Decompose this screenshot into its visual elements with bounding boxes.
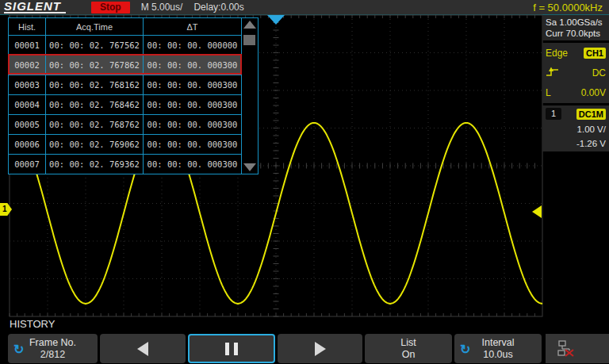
history-list-table: Hist.Acq.TimeΔT0000100: 00: 02. 76756200… (8, 17, 259, 174)
table-cell-hist-row7[interactable]: 00007 (9, 155, 45, 174)
list-value: On (402, 349, 416, 361)
memory-depth-readout: Curr 70.0kpts (546, 28, 606, 39)
interval-label: Interval (482, 337, 515, 349)
scroll-up-icon[interactable] (243, 21, 256, 29)
channel-number-chip: 1 (546, 108, 561, 120)
table-scrollbar[interactable] (242, 18, 258, 174)
table-cell-dt-row1[interactable]: 00: 00: 00. 000000 (144, 36, 241, 55)
lan-status-box (546, 334, 609, 363)
oscilloscope-screen: SIGLENT Stop M 5.00us/ Delay:0.00s f = 5… (0, 0, 609, 364)
frame-number-value: 2/812 (40, 349, 65, 361)
scroll-thumb[interactable] (243, 35, 255, 45)
frame-number-label: Frame No. (29, 337, 76, 349)
channel-coupling-badge: DC1M (576, 109, 606, 120)
channel1-info-box[interactable]: 1 DC1M 1.00 V/ -1.26 V (542, 105, 609, 151)
trigger-coupling-readout: DC (592, 67, 606, 79)
table-cell-hist-row3[interactable]: 00003 (9, 75, 45, 94)
trigger-source-badge: CH1 (584, 48, 606, 59)
list-label: List (400, 337, 416, 349)
table-cell-hist-row1[interactable]: 00001 (9, 36, 45, 55)
table-cell-hist-row4[interactable]: 00004 (9, 95, 45, 114)
sample-rate-readout: Sa 1.00GSa/s (546, 17, 606, 28)
table-cell-dt-row6[interactable]: 00: 00: 00. 000300 (144, 135, 241, 154)
channel-offset-readout: -1.26 V (546, 139, 606, 149)
table-cell-hist-row5[interactable]: 00005 (9, 115, 45, 134)
right-sidebar: Sa 1.00GSa/s Curr 70.0kpts Edge CH1 DC L… (542, 15, 609, 151)
scroll-down-icon[interactable] (243, 163, 256, 171)
table-cell-dt-row7[interactable]: 00: 00: 00. 000300 (144, 155, 241, 174)
table-header-2: ΔT (144, 18, 241, 35)
table-cell-acq-row3[interactable]: 00: 00: 02. 768162 (46, 75, 143, 94)
table-header-0: Hist. (9, 18, 45, 35)
table-cell-acq-row4[interactable]: 00: 00: 02. 768462 (46, 95, 143, 114)
table-cell-acq-row7[interactable]: 00: 00: 02. 769362 (46, 155, 143, 174)
table-cell-dt-row4[interactable]: 00: 00: 00. 000300 (144, 95, 241, 114)
table-cell-dt-row5[interactable]: 00: 00: 00. 000300 (144, 115, 241, 134)
pause-icon (225, 343, 238, 355)
trigger-mode-label: Edge (546, 48, 568, 59)
play-forward-icon (315, 342, 326, 356)
acquisition-info-box: Sa 1.00GSa/s Curr 70.0kpts (542, 15, 609, 40)
interval-button[interactable]: ↻ Interval 10.0us (454, 334, 542, 363)
interval-value: 10.0us (483, 349, 513, 361)
trigger-info-box: Edge CH1 DC L 0.00V (542, 43, 609, 103)
play-backward-button[interactable] (100, 334, 186, 363)
table-cell-hist-row6[interactable]: 00006 (9, 135, 45, 154)
play-backward-icon (137, 342, 148, 356)
rotate-knob-icon: ↻ (460, 343, 470, 354)
play-forward-button[interactable] (278, 334, 362, 363)
pause-button[interactable] (188, 334, 275, 363)
menu-section-title: HISTORY (10, 318, 55, 330)
table-cell-dt-row3[interactable]: 00: 00: 00. 000300 (144, 75, 241, 94)
table-cell-acq-row1[interactable]: 00: 00: 02. 767562 (46, 36, 143, 55)
table-cell-hist-row2[interactable]: 00002 (9, 56, 45, 75)
trigger-level-marker[interactable] (532, 205, 542, 218)
table-cell-acq-row2[interactable]: 00: 00: 02. 767862 (46, 56, 143, 75)
trigger-level-readout: 0.00V (581, 87, 606, 98)
soft-menu-bar: ↻ Frame No. 2/812 List On ↻ Interval 10.… (0, 333, 609, 364)
list-toggle-button[interactable]: List On (365, 334, 452, 363)
table-cell-acq-row6[interactable]: 00: 00: 02. 769062 (46, 135, 143, 154)
channel-scale-readout: 1.00 V/ (546, 125, 606, 135)
trigger-position-marker[interactable] (267, 15, 285, 25)
frame-number-button[interactable]: ↻ Frame No. 2/812 (8, 334, 98, 363)
table-cell-acq-row5[interactable]: 00: 00: 02. 768762 (46, 115, 143, 134)
trigger-level-label: L (546, 87, 551, 98)
rotate-knob-icon: ↻ (13, 343, 24, 354)
table-cell-dt-row2[interactable]: 00: 00: 00. 000300 (144, 56, 241, 75)
network-disconnected-icon (557, 340, 575, 357)
table-header-1: Acq.Time (46, 18, 143, 35)
rising-edge-icon (546, 66, 560, 80)
